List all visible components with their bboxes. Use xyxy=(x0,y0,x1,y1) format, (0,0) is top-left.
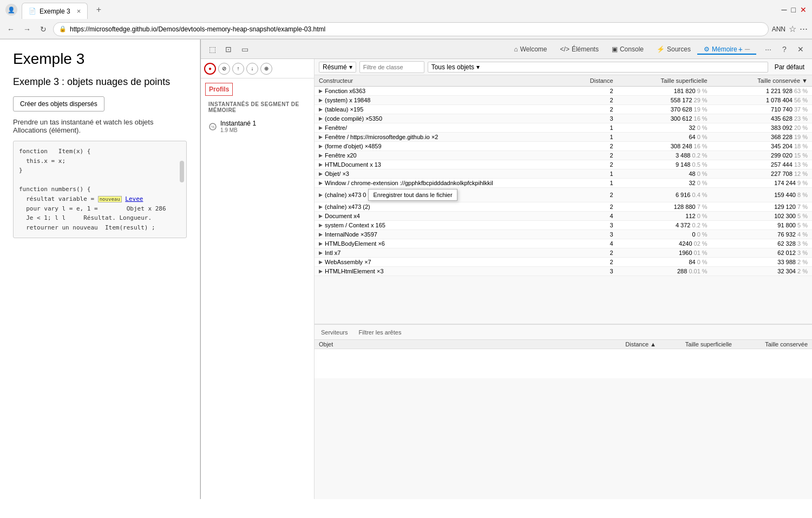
expand-arrow[interactable]: ▶ xyxy=(319,125,323,130)
table-row[interactable]: ▶Window / chrome-extension ://gpphkfbcpi… xyxy=(315,179,812,188)
expand-arrow[interactable]: ▶ xyxy=(319,134,323,140)
sort-dropdown[interactable]: Par défaut xyxy=(771,62,808,72)
new-tab-btn[interactable]: + xyxy=(91,2,106,17)
code-scrollbar[interactable] xyxy=(180,161,184,182)
back-btn[interactable]: ← xyxy=(4,23,17,36)
table-row[interactable]: ▶Fenêtre/132 0 %383 092 20 % xyxy=(315,123,812,133)
expand-arrow[interactable]: ▶ xyxy=(319,116,323,121)
col-distance[interactable]: Distance xyxy=(564,75,618,87)
table-row[interactable]: ▶system / Context x 16534 372 0.2 %91 80… xyxy=(315,221,812,230)
bottom-col-distance[interactable]: Distance ▲ xyxy=(602,341,656,347)
tab-welcome[interactable]: ⌂ Welcome xyxy=(508,45,554,54)
help-btn[interactable]: ? xyxy=(777,42,791,56)
distance-cell: 2 xyxy=(564,248,618,258)
constructor-name: Fenêtre / https://microsoftedge.github.i… xyxy=(325,134,438,140)
summary-chevron: ▾ xyxy=(349,63,352,71)
table-row[interactable]: ▶Fenêtre x2023 488 0.2 %299 020 15 % xyxy=(315,151,812,160)
record-btn[interactable]: ● xyxy=(204,63,216,75)
distance-cell: 2 xyxy=(564,105,618,114)
expand-arrow[interactable]: ▶ xyxy=(319,241,323,246)
shallow-size-cell: 128 880 7 % xyxy=(618,202,712,212)
save-btn[interactable]: ↓ xyxy=(246,63,258,75)
expand-arrow[interactable]: ▶ xyxy=(319,232,323,237)
url-bar[interactable]: 🔒 https://microsoftedge.github.io/Demos/… xyxy=(53,22,769,36)
minimize-btn[interactable]: ─ xyxy=(782,5,787,14)
table-row[interactable]: ▶HTMLBodyElement ×644240 02 %62 328 3 % xyxy=(315,239,812,248)
expand-arrow[interactable]: ▶ xyxy=(319,222,323,228)
expand-arrow[interactable]: ▶ xyxy=(319,268,323,274)
device-toolbar-btn[interactable]: ⊡ xyxy=(221,42,235,56)
expand-arrow[interactable]: ▶ xyxy=(319,259,323,265)
inspect-element-btn[interactable]: ⬚ xyxy=(205,42,219,56)
table-row[interactable]: ▶Objet/ ×3148 0 %227 708 12 % xyxy=(315,169,812,179)
more-tools-btn[interactable]: ··· xyxy=(761,42,775,56)
expand-arrow[interactable]: ▶ xyxy=(319,204,323,209)
expand-arrow[interactable]: ▶ xyxy=(319,213,323,219)
col-constructor[interactable]: Constructeur xyxy=(315,75,564,87)
table-row[interactable]: ▶HTMLDocument x 1329 148 0.5 %257 444 13… xyxy=(315,160,812,169)
create-objects-btn[interactable]: Créer des objets dispersés xyxy=(13,96,104,112)
table-row[interactable]: ▶Document x44112 0 %102 300 5 % xyxy=(315,212,812,221)
distance-cell: 2 xyxy=(564,202,618,212)
stop-btn[interactable]: ⊘ xyxy=(218,63,230,75)
expand-arrow[interactable]: ▶ xyxy=(319,88,323,94)
bottom-tab-serviteurs[interactable]: Serviteurs xyxy=(319,329,350,336)
tab-close-btn[interactable]: × xyxy=(77,7,81,15)
summary-dropdown[interactable]: Résumé ▾ xyxy=(319,62,356,73)
collapse-icon[interactable]: ─ xyxy=(745,45,750,53)
refresh-btn[interactable]: ↻ xyxy=(37,23,50,36)
devtools-close-btn[interactable]: ✕ xyxy=(794,42,808,56)
expand-arrow[interactable]: ▶ xyxy=(319,107,323,112)
retained-size-cell: 368 228 19 % xyxy=(712,133,812,142)
browser-menu-btn[interactable]: ··· xyxy=(800,23,808,35)
objects-filter-dropdown[interactable]: Tous les objets ▾ xyxy=(428,62,768,73)
expand-arrow[interactable]: ▶ xyxy=(319,153,323,158)
distance-cell: 3 xyxy=(564,114,618,123)
expand-arrow[interactable]: ▶ xyxy=(319,97,323,103)
class-filter-input[interactable] xyxy=(359,61,424,73)
favorites-btn[interactable]: ☆ xyxy=(789,24,796,34)
distance-cell: 1 xyxy=(564,123,618,133)
table-row[interactable]: ▶(chaîne) x473 (2)2128 880 7 %129 120 7 … xyxy=(315,202,812,212)
snapshot-item[interactable]: % Instantané 1 1.9 MB xyxy=(205,117,310,135)
maximize-btn[interactable]: □ xyxy=(791,5,796,14)
clear-up-btn[interactable]: ↑ xyxy=(232,63,244,75)
split-view-btn[interactable]: ▭ xyxy=(238,42,252,56)
expand-arrow[interactable]: ▶ xyxy=(319,250,323,255)
expand-arrow[interactable]: ▶ xyxy=(319,171,323,176)
table-row[interactable]: ▶(tableau) ×1952370 628 19 %710 740 37 % xyxy=(315,105,812,114)
tab-memory[interactable]: ⚙ Mémoire + ─ xyxy=(697,45,756,55)
table-row[interactable]: ▶Fenêtre / https://microsoftedge.github.… xyxy=(315,133,812,142)
distance-cell: 1 xyxy=(564,169,618,179)
console-icon: ▣ xyxy=(612,45,618,53)
col-retained-size[interactable]: Taille conservée ▼ xyxy=(712,75,812,87)
shallow-size-cell: 9 148 0.5 % xyxy=(618,160,712,169)
table-row[interactable]: ▶WebAssembly ×7284 0 %33 988 2 % xyxy=(315,258,812,267)
col-shallow-size[interactable]: Taille superficielle xyxy=(618,75,712,87)
constructor-cell: ▶Objet/ ×3 xyxy=(315,169,564,179)
browser-tab[interactable]: 📄 Exemple 3 × xyxy=(22,3,88,19)
table-row[interactable]: ▶(chaîne) x473 0Enregistrer tout dans le… xyxy=(315,188,812,202)
retained-size-cell: 174 244 9 % xyxy=(712,179,812,188)
expand-arrow[interactable]: ▶ xyxy=(319,192,323,198)
shallow-size-cell: 32 0 % xyxy=(618,123,712,133)
close-btn[interactable]: ✕ xyxy=(800,5,807,14)
tab-console[interactable]: ▣ Console xyxy=(605,45,650,54)
profils-label[interactable]: Profils xyxy=(205,83,233,96)
table-row[interactable]: ▶(forme d'objet) ×48592308 248 16 %345 2… xyxy=(315,142,812,151)
table-row[interactable]: ▶(code compilé) ×53503300 612 16 %435 62… xyxy=(315,114,812,123)
bottom-tab-filter[interactable]: Filtrer les arêtes xyxy=(357,329,404,336)
expand-arrow[interactable]: ▶ xyxy=(319,162,323,167)
table-row[interactable]: ▶HTMLHtmlElement ×33288 0.01 %32 304 2 % xyxy=(315,267,812,276)
expand-arrow[interactable]: ▶ xyxy=(319,180,323,186)
table-row[interactable]: ▶Fonction x63632181 820 9 %1 221 928 63 … xyxy=(315,87,812,96)
forward-btn[interactable]: → xyxy=(21,23,34,36)
table-row[interactable]: ▶Intl x721960 01 %62 012 3 % xyxy=(315,248,812,258)
tab-elements[interactable]: </> Éléments xyxy=(554,45,605,54)
tab-sources[interactable]: ⚡ Sources xyxy=(650,45,697,54)
collect-btn[interactable]: ⊕ xyxy=(260,63,272,75)
table-row[interactable]: ▶(system) x 198482558 172 29 %1 078 404 … xyxy=(315,96,812,105)
table-row[interactable]: ▶InternalNode ×359730 0 %76 932 4 % xyxy=(315,230,812,239)
shallow-size-cell: 308 248 16 % xyxy=(618,142,712,151)
expand-arrow[interactable]: ▶ xyxy=(319,143,323,149)
